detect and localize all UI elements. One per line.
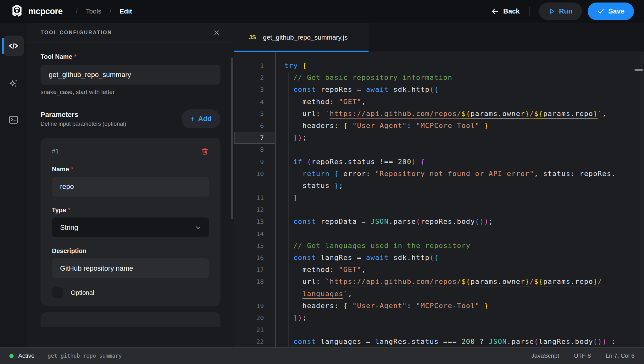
code-row[interactable]: 4 method: "GET",	[234, 96, 644, 108]
param-type-select[interactable]: String	[52, 218, 209, 237]
code-row[interactable]: 9 if (repoRes.status !== 200) {	[234, 156, 644, 168]
indent-guide	[297, 276, 297, 288]
delete-parameter-button[interactable]	[201, 147, 209, 156]
code-row[interactable]: languages`,	[234, 288, 644, 300]
code-row[interactable]: 10 return { error: "Repository not found…	[234, 168, 644, 180]
brand-name: mcpcore	[28, 7, 63, 16]
code-row[interactable]: 5 url: `https://api.github.com/repos/${p…	[234, 108, 644, 120]
panel-scrollbar-thumb[interactable]	[231, 58, 233, 219]
required-asterisk: *	[71, 166, 73, 173]
indent-guide	[297, 120, 297, 132]
code-row[interactable]: 7 });	[234, 132, 644, 144]
optional-checkbox[interactable]	[52, 287, 63, 298]
code-row[interactable]: 6 headers: { "User-Agent": "MCPCore-Tool…	[234, 120, 644, 132]
line-number: 4	[234, 96, 275, 108]
optional-label: Optional	[71, 289, 94, 296]
editor-tab[interactable]: JS get_github_repo_summary.js	[234, 23, 369, 52]
status-tool-name: get_github_repo_summary	[48, 353, 122, 359]
header-actions: Back Run Save	[491, 3, 634, 20]
app-header: mcpcore / Tools / Edit Back Run	[0, 0, 644, 23]
code-row[interactable]: 18 url: `https://api.github.com/repos/${…	[234, 276, 644, 288]
param-type-value: String	[60, 223, 78, 232]
code-row[interactable]: 22 const languages = langRes.status === …	[234, 336, 644, 347]
line-number: 22	[234, 336, 275, 347]
add-parameter-button[interactable]: + Add	[181, 109, 220, 128]
editor-scrollbar-track[interactable]	[640, 52, 644, 347]
line-number	[234, 180, 275, 192]
status-cursor-position[interactable]: Ln 7, Col 6	[606, 352, 635, 359]
code-row[interactable]: 8	[234, 144, 644, 156]
required-asterisk: *	[74, 53, 77, 60]
line-number: 17	[234, 264, 275, 276]
code-row[interactable]: 16 const langRes = await sdk.http({	[234, 252, 644, 264]
code-row[interactable]: 11 }	[234, 192, 644, 204]
plus-icon: +	[190, 114, 195, 123]
code-row[interactable]: 2 // Get basic repository information	[234, 72, 644, 84]
param-description-input[interactable]	[52, 258, 209, 278]
editor-scrollbar-thumb[interactable]	[635, 69, 643, 71]
code-row[interactable]: 15 // Get languages used in the reposito…	[234, 240, 644, 252]
indent-guide	[288, 288, 289, 300]
param-name-label: Name	[52, 166, 69, 173]
breadcrumb: / Tools / Edit	[76, 7, 132, 15]
line-number: 2	[234, 72, 275, 84]
status-language[interactable]: JavaScript	[531, 352, 559, 359]
play-icon	[548, 8, 555, 15]
chevron-down-icon	[194, 223, 202, 232]
current-line-number: 7	[234, 132, 275, 144]
arrow-left-icon	[491, 7, 499, 15]
rail-item-assistant[interactable]	[4, 74, 23, 93]
code-row[interactable]: 1try {	[234, 60, 644, 72]
line-number: 1	[234, 60, 275, 72]
indent-guide	[288, 132, 289, 144]
code-row[interactable]: 17 method: "GET",	[234, 264, 644, 276]
code-icon	[8, 40, 19, 52]
line-number: 20	[234, 312, 275, 324]
breadcrumb-tools[interactable]: Tools	[86, 8, 101, 15]
code-row[interactable]: 14	[234, 228, 644, 240]
line-number: 8	[234, 144, 275, 156]
indent-guide	[297, 288, 297, 300]
brand[interactable]: mcpcore	[10, 4, 63, 18]
add-label: Add	[198, 115, 212, 123]
code-row[interactable]: 20 });	[234, 312, 644, 324]
js-file-icon: JS	[249, 34, 256, 41]
sparkles-icon	[8, 78, 19, 89]
indent-guide	[297, 168, 297, 180]
tool-name-hint: snake_case, start with letter	[41, 89, 220, 96]
param-name-input[interactable]	[52, 177, 209, 196]
indent-guide	[288, 168, 289, 180]
indent-guide	[288, 300, 289, 312]
indent-guide	[288, 336, 289, 347]
line-number: 9	[234, 156, 275, 168]
code-row[interactable]: status };	[234, 180, 644, 192]
parameter-card: #1 Name* Type* String	[41, 138, 220, 306]
code-row[interactable]: 12	[234, 204, 644, 216]
run-button[interactable]: Run	[539, 3, 582, 20]
param-type-label: Type	[52, 207, 66, 213]
line-number: 6	[234, 120, 275, 132]
close-panel-button[interactable]	[213, 29, 220, 36]
code-row[interactable]: 19 headers: { "User-Agent": "MCPCore-Too…	[234, 300, 644, 312]
status-encoding[interactable]: UTF-8	[574, 352, 591, 359]
code-row[interactable]: 21	[234, 324, 644, 336]
code-row[interactable]: 13 const repoData = JSON.parse(repoRes.b…	[234, 216, 644, 228]
code-area[interactable]: 1try {2 // Get basic repository informat…	[234, 52, 644, 347]
rail-item-terminal[interactable]	[4, 110, 23, 129]
editor-tabbar: JS get_github_repo_summary.js	[234, 23, 644, 52]
code-row[interactable]: 3 const repoRes = await sdk.http({	[234, 84, 644, 96]
run-label: Run	[559, 7, 573, 15]
indent-guide	[288, 240, 289, 252]
back-button[interactable]: Back	[491, 7, 520, 15]
indent-guide	[288, 252, 289, 264]
tool-name-input[interactable]	[41, 65, 220, 85]
indent-guide	[297, 180, 297, 192]
rail-item-code[interactable]	[3, 36, 24, 56]
status-bar: Active get_github_repo_summary JavaScrip…	[0, 347, 644, 364]
line-number: 18	[234, 276, 275, 288]
indent-guide	[288, 192, 289, 204]
parameter-index: #1	[52, 148, 59, 155]
terminal-icon	[8, 114, 19, 125]
save-button[interactable]: Save	[588, 3, 634, 20]
trash-icon	[201, 147, 209, 156]
